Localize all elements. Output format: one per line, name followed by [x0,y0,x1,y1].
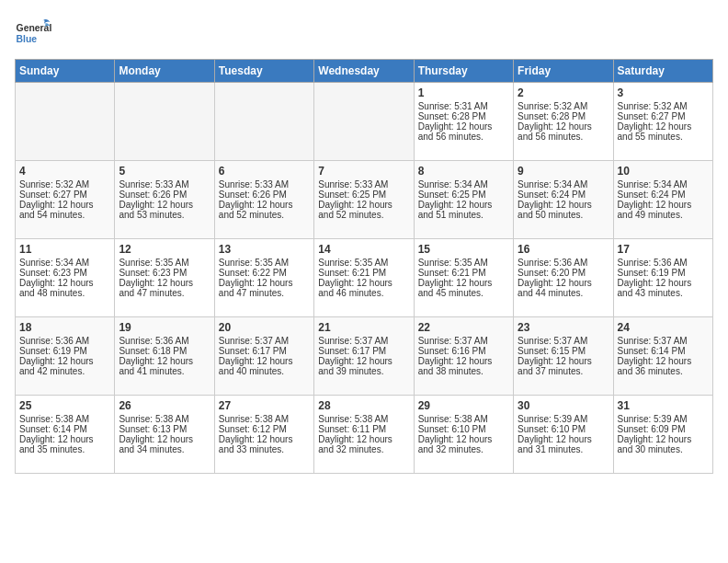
day-number: 16 [518,243,609,256]
daylight-text: Daylight: 12 hours and 55 minutes. [618,121,709,142]
logo-icon: General Blue [15,15,51,52]
sunrise-text: Sunrise: 5:36 AM [119,336,210,346]
daylight-text: Daylight: 12 hours and 47 minutes. [119,278,210,298]
day-number: 3 [618,86,709,99]
sunrise-text: Sunrise: 5:38 AM [19,414,110,424]
sunrise-text: Sunrise: 5:36 AM [618,258,709,268]
sunset-text: Sunset: 6:23 PM [119,268,210,278]
calendar-cell [214,83,313,161]
sunset-text: Sunset: 6:25 PM [418,190,509,200]
daylight-text: Daylight: 12 hours and 34 minutes. [119,434,210,454]
daylight-text: Daylight: 12 hours and 32 minutes. [418,434,509,454]
day-number: 5 [119,165,210,178]
sunrise-text: Sunrise: 5:35 AM [219,258,310,268]
calendar-cell: 25Sunrise: 5:38 AMSunset: 6:14 PMDayligh… [16,396,115,474]
calendar-cell: 24Sunrise: 5:37 AMSunset: 6:14 PMDayligh… [613,317,712,396]
day-number: 27 [219,399,310,412]
sunset-text: Sunset: 6:19 PM [618,268,709,278]
daylight-text: Daylight: 12 hours and 53 minutes. [119,200,210,220]
calendar-week-row: 11Sunrise: 5:34 AMSunset: 6:23 PMDayligh… [16,239,713,317]
sunrise-text: Sunrise: 5:33 AM [219,179,310,190]
day-number: 4 [19,165,110,178]
calendar-cell: 11Sunrise: 5:34 AMSunset: 6:23 PMDayligh… [16,239,115,317]
day-number: 31 [618,399,709,412]
sunrise-text: Sunrise: 5:32 AM [618,101,709,111]
sunrise-text: Sunrise: 5:39 AM [518,414,609,424]
daylight-text: Daylight: 12 hours and 56 minutes. [518,121,609,142]
daylight-text: Daylight: 12 hours and 33 minutes. [219,434,310,454]
sunset-text: Sunset: 6:26 PM [119,190,210,200]
daylight-text: Daylight: 12 hours and 40 minutes. [219,356,310,376]
day-number: 28 [318,399,409,412]
daylight-text: Daylight: 12 hours and 37 minutes. [518,356,609,376]
daylight-text: Daylight: 12 hours and 39 minutes. [318,356,409,376]
sunrise-text: Sunrise: 5:36 AM [19,336,110,346]
day-number: 8 [418,165,509,178]
day-number: 25 [19,399,110,412]
calendar-cell: 29Sunrise: 5:38 AMSunset: 6:10 PMDayligh… [414,396,513,474]
day-number: 9 [518,165,609,178]
sunrise-text: Sunrise: 5:35 AM [418,258,509,268]
sunset-text: Sunset: 6:27 PM [19,190,110,200]
sunrise-text: Sunrise: 5:33 AM [119,179,210,190]
daylight-text: Daylight: 12 hours and 48 minutes. [19,278,110,298]
calendar-week-row: 1Sunrise: 5:31 AMSunset: 6:28 PMDaylight… [16,83,713,161]
calendar-cell: 15Sunrise: 5:35 AMSunset: 6:21 PMDayligh… [414,239,513,317]
calendar-cell: 7Sunrise: 5:33 AMSunset: 6:25 PMDaylight… [314,161,414,239]
daylight-text: Daylight: 12 hours and 44 minutes. [518,278,609,298]
calendar-cell: 31Sunrise: 5:39 AMSunset: 6:09 PMDayligh… [613,396,712,474]
sunset-text: Sunset: 6:21 PM [418,268,509,278]
calendar-cell: 5Sunrise: 5:33 AMSunset: 6:26 PMDaylight… [115,161,214,239]
calendar-cell: 23Sunrise: 5:37 AMSunset: 6:15 PMDayligh… [514,317,613,396]
daylight-text: Daylight: 12 hours and 31 minutes. [518,434,609,454]
col-header-tuesday: Tuesday [214,60,313,83]
sunrise-text: Sunrise: 5:38 AM [119,414,210,424]
sunset-text: Sunset: 6:28 PM [418,111,509,121]
sunrise-text: Sunrise: 5:34 AM [19,258,110,268]
calendar-cell: 13Sunrise: 5:35 AMSunset: 6:22 PMDayligh… [214,239,313,317]
sunrise-text: Sunrise: 5:37 AM [518,336,609,346]
col-header-wednesday: Wednesday [314,60,414,83]
col-header-friday: Friday [514,60,613,83]
sunset-text: Sunset: 6:10 PM [418,424,509,434]
daylight-text: Daylight: 12 hours and 32 minutes. [318,434,409,454]
sunrise-text: Sunrise: 5:34 AM [618,179,709,190]
sunset-text: Sunset: 6:17 PM [219,346,310,356]
daylight-text: Daylight: 12 hours and 42 minutes. [19,356,110,376]
day-number: 26 [119,399,210,412]
sunset-text: Sunset: 6:16 PM [418,346,509,356]
day-number: 6 [219,165,310,178]
calendar-cell: 27Sunrise: 5:38 AMSunset: 6:12 PMDayligh… [214,396,313,474]
daylight-text: Daylight: 12 hours and 52 minutes. [318,200,409,220]
calendar-cell [115,83,214,161]
calendar-cell: 17Sunrise: 5:36 AMSunset: 6:19 PMDayligh… [613,239,712,317]
sunrise-text: Sunrise: 5:31 AM [418,101,509,111]
calendar-cell: 4Sunrise: 5:32 AMSunset: 6:27 PMDaylight… [16,161,115,239]
sunset-text: Sunset: 6:20 PM [518,268,609,278]
daylight-text: Daylight: 12 hours and 41 minutes. [119,356,210,376]
daylight-text: Daylight: 12 hours and 52 minutes. [219,200,310,220]
sunrise-text: Sunrise: 5:37 AM [219,336,310,346]
calendar-week-row: 4Sunrise: 5:32 AMSunset: 6:27 PMDaylight… [16,161,713,239]
daylight-text: Daylight: 12 hours and 36 minutes. [618,356,709,376]
sunset-text: Sunset: 6:23 PM [19,268,110,278]
calendar-cell: 16Sunrise: 5:36 AMSunset: 6:20 PMDayligh… [514,239,613,317]
sunset-text: Sunset: 6:25 PM [318,190,409,200]
sunset-text: Sunset: 6:24 PM [618,190,709,200]
sunrise-text: Sunrise: 5:34 AM [518,179,609,190]
daylight-text: Daylight: 12 hours and 47 minutes. [219,278,310,298]
calendar-cell: 14Sunrise: 5:35 AMSunset: 6:21 PMDayligh… [314,239,414,317]
sunset-text: Sunset: 6:18 PM [119,346,210,356]
calendar-table: SundayMondayTuesdayWednesdayThursdayFrid… [15,59,713,474]
calendar-cell: 21Sunrise: 5:37 AMSunset: 6:17 PMDayligh… [314,317,414,396]
calendar-cell: 18Sunrise: 5:36 AMSunset: 6:19 PMDayligh… [16,317,115,396]
daylight-text: Daylight: 12 hours and 38 minutes. [418,356,509,376]
logo: General Blue [15,15,51,52]
day-number: 14 [318,243,409,256]
sunset-text: Sunset: 6:15 PM [518,346,609,356]
calendar-cell: 28Sunrise: 5:38 AMSunset: 6:11 PMDayligh… [314,396,414,474]
daylight-text: Daylight: 12 hours and 51 minutes. [418,200,509,220]
day-number: 10 [618,165,709,178]
col-header-sunday: Sunday [16,60,115,83]
sunset-text: Sunset: 6:11 PM [318,424,409,434]
